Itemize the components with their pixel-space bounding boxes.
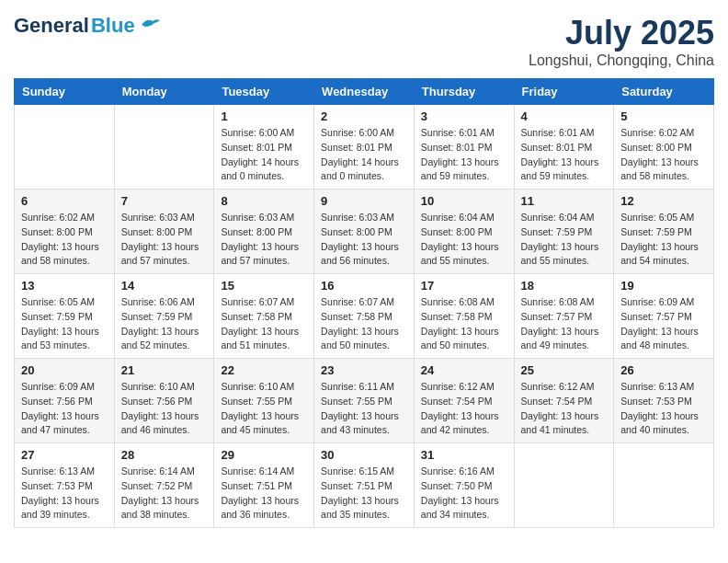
calendar-table: SundayMondayTuesdayWednesdayThursdayFrid…	[14, 78, 714, 528]
calendar-cell: 17Sunrise: 6:08 AM Sunset: 7:58 PM Dayli…	[414, 274, 514, 359]
day-number: 13	[21, 279, 108, 293]
day-info: Sunrise: 6:02 AM Sunset: 8:00 PM Dayligh…	[620, 126, 707, 184]
calendar-week-row: 6Sunrise: 6:02 AM Sunset: 8:00 PM Daylig…	[15, 190, 714, 274]
calendar-cell: 26Sunrise: 6:13 AM Sunset: 7:53 PM Dayli…	[614, 359, 714, 443]
day-info: Sunrise: 6:02 AM Sunset: 8:00 PM Dayligh…	[21, 211, 108, 269]
calendar-cell: 20Sunrise: 6:09 AM Sunset: 7:56 PM Dayli…	[15, 359, 115, 443]
day-info: Sunrise: 6:01 AM Sunset: 8:01 PM Dayligh…	[521, 126, 608, 184]
day-info: Sunrise: 6:03 AM Sunset: 8:00 PM Dayligh…	[121, 211, 208, 269]
calendar-cell: 10Sunrise: 6:04 AM Sunset: 8:00 PM Dayli…	[414, 190, 514, 274]
day-number: 31	[421, 448, 507, 462]
day-info: Sunrise: 6:10 AM Sunset: 7:56 PM Dayligh…	[121, 380, 208, 438]
calendar-cell: 21Sunrise: 6:10 AM Sunset: 7:56 PM Dayli…	[114, 359, 214, 443]
day-info: Sunrise: 6:03 AM Sunset: 8:00 PM Dayligh…	[321, 211, 407, 269]
calendar-cell	[114, 105, 214, 190]
calendar-cell: 5Sunrise: 6:02 AM Sunset: 8:00 PM Daylig…	[614, 105, 714, 190]
day-info: Sunrise: 6:06 AM Sunset: 7:59 PM Dayligh…	[121, 295, 208, 353]
day-info: Sunrise: 6:12 AM Sunset: 7:54 PM Dayligh…	[521, 380, 608, 438]
day-number: 10	[421, 194, 507, 208]
day-info: Sunrise: 6:01 AM Sunset: 8:01 PM Dayligh…	[421, 126, 507, 184]
day-number: 1	[221, 109, 307, 123]
month-title: July 2025	[529, 14, 714, 52]
calendar-header-row: SundayMondayTuesdayWednesdayThursdayFrid…	[15, 79, 714, 105]
day-number: 19	[620, 279, 707, 293]
calendar-cell: 29Sunrise: 6:14 AM Sunset: 7:51 PM Dayli…	[214, 443, 314, 528]
day-info: Sunrise: 6:05 AM Sunset: 7:59 PM Dayligh…	[21, 295, 108, 353]
day-number: 22	[221, 363, 307, 377]
calendar-week-row: 1Sunrise: 6:00 AM Sunset: 8:01 PM Daylig…	[15, 105, 714, 190]
calendar-cell: 27Sunrise: 6:13 AM Sunset: 7:53 PM Dayli…	[15, 443, 115, 528]
day-info: Sunrise: 6:05 AM Sunset: 7:59 PM Dayligh…	[620, 211, 707, 269]
calendar-cell: 23Sunrise: 6:11 AM Sunset: 7:55 PM Dayli…	[314, 359, 415, 443]
calendar-cell: 28Sunrise: 6:14 AM Sunset: 7:52 PM Dayli…	[114, 443, 214, 528]
day-info: Sunrise: 6:00 AM Sunset: 8:01 PM Dayligh…	[321, 126, 407, 184]
day-number: 18	[521, 279, 608, 293]
day-info: Sunrise: 6:12 AM Sunset: 7:54 PM Dayligh…	[421, 380, 507, 438]
location-title: Longshui, Chongqing, China	[529, 52, 714, 69]
logo: GeneralBlue	[14, 14, 160, 38]
day-info: Sunrise: 6:13 AM Sunset: 7:53 PM Dayligh…	[21, 465, 108, 523]
day-info: Sunrise: 6:04 AM Sunset: 8:00 PM Dayligh…	[421, 211, 507, 269]
calendar-cell: 14Sunrise: 6:06 AM Sunset: 7:59 PM Dayli…	[114, 274, 214, 359]
day-number: 27	[21, 448, 108, 462]
day-number: 15	[221, 279, 307, 293]
title-area: July 2025 Longshui, Chongqing, China	[529, 14, 714, 69]
header-sunday: Sunday	[15, 79, 115, 105]
calendar-cell	[614, 443, 714, 528]
day-number: 6	[21, 194, 108, 208]
day-number: 5	[620, 109, 707, 123]
header-monday: Monday	[114, 79, 214, 105]
calendar-cell: 3Sunrise: 6:01 AM Sunset: 8:01 PM Daylig…	[414, 105, 514, 190]
calendar-cell: 4Sunrise: 6:01 AM Sunset: 8:01 PM Daylig…	[514, 105, 614, 190]
day-number: 20	[21, 363, 108, 377]
day-number: 25	[521, 363, 608, 377]
day-number: 29	[221, 448, 307, 462]
day-info: Sunrise: 6:14 AM Sunset: 7:52 PM Dayligh…	[121, 465, 208, 523]
day-number: 7	[121, 194, 208, 208]
calendar-cell: 8Sunrise: 6:03 AM Sunset: 8:00 PM Daylig…	[214, 190, 314, 274]
day-number: 4	[521, 109, 608, 123]
header-thursday: Thursday	[414, 79, 514, 105]
day-number: 21	[121, 363, 208, 377]
day-info: Sunrise: 6:09 AM Sunset: 7:56 PM Dayligh…	[21, 380, 108, 438]
day-info: Sunrise: 6:10 AM Sunset: 7:55 PM Dayligh…	[221, 380, 307, 438]
logo-blue: Blue	[91, 14, 135, 38]
calendar-cell	[514, 443, 614, 528]
day-info: Sunrise: 6:11 AM Sunset: 7:55 PM Dayligh…	[321, 380, 407, 438]
day-number: 11	[521, 194, 608, 208]
day-number: 8	[221, 194, 307, 208]
calendar-cell: 12Sunrise: 6:05 AM Sunset: 7:59 PM Dayli…	[614, 190, 714, 274]
day-number: 17	[421, 279, 507, 293]
calendar-cell: 1Sunrise: 6:00 AM Sunset: 8:01 PM Daylig…	[214, 105, 314, 190]
day-info: Sunrise: 6:04 AM Sunset: 7:59 PM Dayligh…	[521, 211, 608, 269]
day-info: Sunrise: 6:07 AM Sunset: 7:58 PM Dayligh…	[321, 295, 407, 353]
header-friday: Friday	[514, 79, 614, 105]
calendar-cell: 7Sunrise: 6:03 AM Sunset: 8:00 PM Daylig…	[114, 190, 214, 274]
day-number: 26	[620, 363, 707, 377]
day-info: Sunrise: 6:00 AM Sunset: 8:01 PM Dayligh…	[221, 126, 307, 184]
header-wednesday: Wednesday	[314, 79, 415, 105]
calendar-cell: 11Sunrise: 6:04 AM Sunset: 7:59 PM Dayli…	[514, 190, 614, 274]
day-number: 16	[321, 279, 407, 293]
calendar-cell: 30Sunrise: 6:15 AM Sunset: 7:51 PM Dayli…	[314, 443, 415, 528]
day-number: 3	[421, 109, 507, 123]
calendar-cell: 13Sunrise: 6:05 AM Sunset: 7:59 PM Dayli…	[15, 274, 115, 359]
day-info: Sunrise: 6:08 AM Sunset: 7:58 PM Dayligh…	[421, 295, 507, 353]
calendar-week-row: 13Sunrise: 6:05 AM Sunset: 7:59 PM Dayli…	[15, 274, 714, 359]
calendar-cell	[15, 105, 115, 190]
calendar-week-row: 20Sunrise: 6:09 AM Sunset: 7:56 PM Dayli…	[15, 359, 714, 443]
day-number: 28	[121, 448, 208, 462]
calendar-cell: 25Sunrise: 6:12 AM Sunset: 7:54 PM Dayli…	[514, 359, 614, 443]
day-info: Sunrise: 6:03 AM Sunset: 8:00 PM Dayligh…	[221, 211, 307, 269]
day-info: Sunrise: 6:13 AM Sunset: 7:53 PM Dayligh…	[620, 380, 707, 438]
day-info: Sunrise: 6:09 AM Sunset: 7:57 PM Dayligh…	[620, 295, 707, 353]
day-number: 24	[421, 363, 507, 377]
day-info: Sunrise: 6:16 AM Sunset: 7:50 PM Dayligh…	[421, 465, 507, 523]
day-number: 30	[321, 448, 407, 462]
day-info: Sunrise: 6:15 AM Sunset: 7:51 PM Dayligh…	[321, 465, 407, 523]
day-number: 14	[121, 279, 208, 293]
calendar-cell: 19Sunrise: 6:09 AM Sunset: 7:57 PM Dayli…	[614, 274, 714, 359]
header-tuesday: Tuesday	[214, 79, 314, 105]
calendar-cell: 16Sunrise: 6:07 AM Sunset: 7:58 PM Dayli…	[314, 274, 415, 359]
day-info: Sunrise: 6:08 AM Sunset: 7:57 PM Dayligh…	[521, 295, 608, 353]
